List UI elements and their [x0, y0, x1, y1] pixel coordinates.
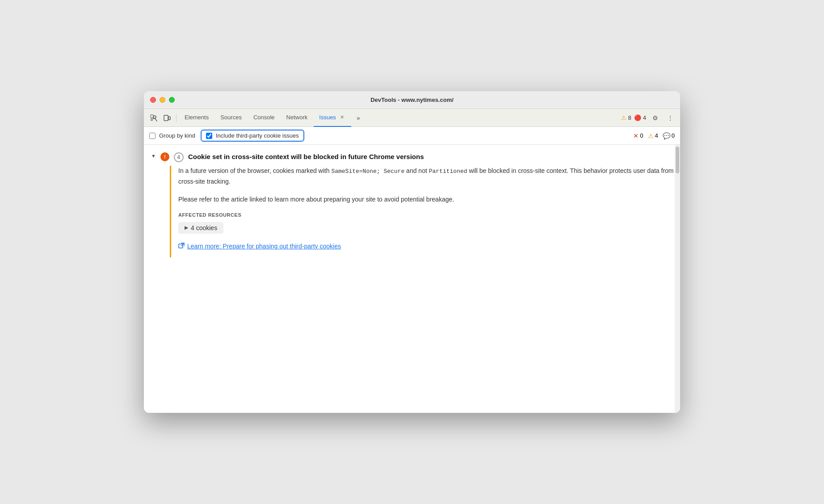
- tab-console[interactable]: Console: [248, 109, 280, 127]
- issue-description-1: In a future version of the browser, cook…: [178, 166, 680, 187]
- collapse-arrow[interactable]: ▼: [151, 153, 156, 159]
- issues-info-icon: 💬: [663, 132, 670, 139]
- toolbar: Elements Sources Console Network Issues …: [144, 109, 680, 127]
- tab-issues[interactable]: Issues ✕: [314, 109, 351, 127]
- code-samesite: SameSite=None; Secure: [331, 168, 404, 175]
- issue-header-row: ▼ ! 4 Cookie set in cross-site context w…: [144, 145, 680, 166]
- scrollbar[interactable]: [675, 145, 680, 413]
- more-options-icon: ⋮: [667, 114, 673, 122]
- affected-resources-label: AFFECTED RESOURCES: [178, 212, 680, 218]
- issues-warning-icon: ⚠: [648, 132, 654, 139]
- tab-network[interactable]: Network: [281, 109, 313, 127]
- toolbar-right: ⚠ 8 🔴 4 ⚙ ⋮: [621, 112, 677, 124]
- tab-elements[interactable]: Elements: [179, 109, 214, 127]
- group-by-kind-label[interactable]: Group by kind: [149, 132, 195, 139]
- tab-sources[interactable]: Sources: [215, 109, 247, 127]
- error-count: 4: [643, 114, 646, 121]
- issue-body: In a future version of the browser, cook…: [170, 166, 680, 257]
- svg-rect-5: [168, 117, 170, 120]
- svg-rect-0: [151, 115, 153, 118]
- issue-title: Cookie set in cross-site context will be…: [188, 152, 424, 161]
- external-link-icon: [178, 243, 185, 250]
- include-third-party-label[interactable]: Include third-party cookie issues: [206, 132, 299, 139]
- issues-error-count: ✕ 0: [633, 132, 643, 139]
- issues-info-count: 💬 0: [663, 132, 675, 139]
- warning-triangle-icon: ⚠: [621, 114, 626, 121]
- more-tabs-button[interactable]: »: [352, 112, 365, 124]
- toolbar-separator: [176, 113, 177, 122]
- maximize-button[interactable]: [169, 97, 175, 103]
- close-button[interactable]: [150, 97, 156, 103]
- learn-more-text: Learn more: Prepare for phasing out thir…: [187, 243, 341, 250]
- group-by-kind-checkbox[interactable]: [149, 133, 156, 139]
- devtools-window: DevTools - www.nytimes.com/ Elements Sou…: [144, 91, 680, 413]
- settings-button[interactable]: ⚙: [649, 112, 661, 124]
- cookies-toggle[interactable]: ▶ 4 cookies: [178, 222, 223, 234]
- device-toolbar-button[interactable]: [161, 112, 173, 124]
- issues-tab-close[interactable]: ✕: [339, 114, 346, 121]
- issue-count-circle: 4: [174, 152, 184, 162]
- traffic-lights: [150, 97, 175, 103]
- window-title: DevTools - www.nytimes.com/: [370, 97, 454, 103]
- include-third-party-container: Include third-party cookie issues: [201, 130, 304, 142]
- issue-description-2: Please refer to the article linked to le…: [178, 194, 680, 205]
- issue-severity-badge: !: [160, 152, 169, 161]
- warning-badge-group: ⚠ 8: [621, 114, 631, 121]
- resource-toggle-arrow: ▶: [185, 225, 188, 231]
- issues-toolbar: Group by kind Include third-party cookie…: [144, 127, 680, 145]
- main-content: ▼ ! 4 Cookie set in cross-site context w…: [144, 145, 680, 413]
- inspector-icon: [150, 114, 157, 122]
- titlebar: DevTools - www.nytimes.com/: [144, 91, 680, 109]
- settings-icon: ⚙: [652, 114, 658, 122]
- scrollbar-thumb[interactable]: [676, 147, 679, 173]
- warning-count: 8: [628, 114, 631, 121]
- minimize-button[interactable]: [160, 97, 165, 103]
- content-area: ▼ ! 4 Cookie set in cross-site context w…: [144, 145, 680, 413]
- error-icon: 🔴: [634, 114, 641, 121]
- device-icon: [164, 114, 171, 122]
- svg-rect-4: [164, 115, 168, 121]
- cookies-toggle-label: 4 cookies: [191, 224, 217, 231]
- issues-error-icon: ✕: [633, 132, 639, 139]
- more-options-button[interactable]: ⋮: [664, 112, 677, 124]
- issues-right-counts: ✕ 0 ⚠ 4 💬 0: [633, 132, 675, 139]
- include-third-party-checkbox[interactable]: [206, 133, 212, 139]
- code-partitioned: Partitioned: [429, 168, 467, 175]
- learn-more-link[interactable]: Learn more: Prepare for phasing out thir…: [178, 243, 680, 250]
- issues-warning-count: ⚠ 4: [648, 132, 658, 139]
- error-badge-group: 🔴 4: [634, 114, 646, 121]
- inspector-icon-button[interactable]: [147, 112, 160, 124]
